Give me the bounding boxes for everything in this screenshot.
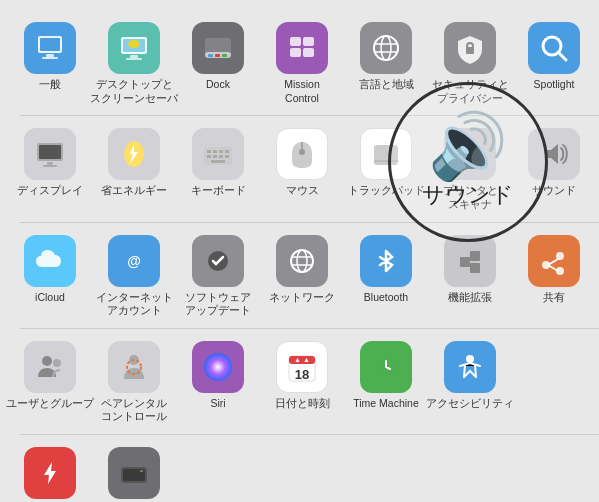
icon-item-trackpad[interactable]: トラックパッド: [346, 122, 426, 202]
icon-box-mission: [276, 22, 328, 74]
row-row2: ディスプレイ省エネルギーキーボードマウストラックパッドプリンタと スキャナサウン…: [10, 122, 589, 215]
icon-item-siri[interactable]: Siri: [178, 335, 258, 415]
svg-text:18: 18: [295, 367, 309, 382]
icon-item-extension[interactable]: 機能拡張: [430, 229, 510, 309]
svg-point-68: [53, 359, 61, 367]
svg-rect-29: [47, 162, 53, 165]
icon-box-security: [444, 22, 496, 74]
svg-rect-33: [207, 150, 211, 153]
svg-point-66: [556, 267, 564, 275]
icon-box-language: [360, 22, 412, 74]
svg-rect-80: [140, 470, 143, 472]
icon-item-timemachine[interactable]: Time Machine: [346, 335, 426, 415]
icon-box-bluetooth: [360, 235, 412, 287]
icon-box-desktop: [108, 22, 160, 74]
icon-item-security[interactable]: セキュリティと プライバシー: [430, 16, 510, 109]
icon-item-mouse[interactable]: マウス: [262, 122, 342, 202]
svg-rect-36: [225, 150, 229, 153]
icon-box-users: [24, 341, 76, 393]
icon-box-sound: [528, 128, 580, 180]
svg-rect-38: [213, 155, 217, 158]
row-row1: 一般デスクトップと スクリーンセーバDockMission Control言語と…: [10, 16, 589, 109]
svg-point-65: [542, 261, 550, 269]
icon-box-software: [192, 235, 244, 287]
icon-label-users: ユーザとグループ: [6, 397, 94, 411]
icon-box-keyboard: [192, 128, 244, 180]
icon-item-sound[interactable]: サウンド: [514, 122, 594, 202]
icon-item-desktop[interactable]: デスクトップと スクリーンセーバ: [94, 16, 174, 109]
icon-box-sharing: [528, 235, 580, 287]
icon-item-bluetooth[interactable]: Bluetooth: [346, 229, 426, 309]
icon-box-flash: [24, 447, 76, 499]
icon-label-language: 言語と地域: [359, 78, 414, 92]
icon-label-internet: インターネット アカウント: [96, 291, 173, 318]
icon-label-software: ソフトウェア アップデート: [182, 291, 254, 318]
svg-rect-13: [222, 54, 227, 57]
icon-box-siri: [192, 341, 244, 393]
icon-box-accessibility: [444, 341, 496, 393]
icon-label-datetime: 日付と時刻: [275, 397, 330, 411]
icon-box-extension: [444, 235, 496, 287]
svg-rect-2: [46, 54, 54, 57]
icon-item-flash[interactable]: Flash Player: [10, 441, 90, 502]
icon-box-display: [24, 128, 76, 180]
icon-item-icloud[interactable]: iCloud: [10, 229, 90, 309]
icon-item-datetime[interactable]: 18▲ ▲日付と時刻: [262, 335, 342, 415]
icon-item-display[interactable]: ディスプレイ: [10, 122, 90, 202]
svg-rect-34: [213, 150, 217, 153]
icon-box-ippan: [24, 22, 76, 74]
icon-item-internet[interactable]: @インターネット アカウント: [94, 229, 174, 322]
icon-item-network[interactable]: ネットワーク: [262, 229, 342, 309]
icon-item-wacom[interactable]: ワコム タブレット: [94, 441, 174, 502]
icon-item-printer[interactable]: プリンタと スキャナ: [430, 122, 510, 215]
icon-item-users[interactable]: ユーザとグループ: [10, 335, 90, 415]
svg-rect-28: [39, 145, 61, 159]
icon-box-dock: [192, 22, 244, 74]
svg-rect-6: [130, 55, 138, 58]
icon-label-parental: ペアレンタル コントロール: [98, 397, 170, 424]
svg-point-71: [204, 353, 232, 381]
svg-rect-11: [208, 54, 213, 57]
icon-label-mouse: マウス: [286, 184, 319, 198]
icon-box-timemachine: [360, 341, 412, 393]
svg-point-57: [291, 250, 313, 272]
icon-item-energy[interactable]: 省エネルギー: [94, 122, 174, 202]
icon-box-datetime: 18▲ ▲: [276, 341, 328, 393]
row-separator: [20, 328, 599, 329]
row-row3: iCloud@インターネット アカウントソフトウェア アップデートネットワークB…: [10, 229, 589, 322]
svg-rect-12: [215, 54, 220, 57]
svg-rect-14: [290, 37, 301, 46]
icon-label-timemachine: Time Machine: [353, 397, 419, 411]
icon-box-icloud: [24, 235, 76, 287]
icon-label-keyboard: キーボード: [191, 184, 246, 198]
icon-item-dock[interactable]: Dock: [178, 16, 258, 96]
row-row4: ユーザとグループペアレンタル コントロールSiri18▲ ▲日付と時刻Time …: [10, 335, 589, 428]
icon-label-accessibility: アクセシビリティ: [426, 397, 514, 411]
svg-rect-63: [470, 263, 480, 273]
svg-point-64: [556, 252, 564, 260]
icon-item-parental[interactable]: ペアレンタル コントロール: [94, 335, 174, 428]
row-separator: [20, 222, 599, 223]
icon-item-sharing[interactable]: 共有: [514, 229, 594, 309]
icon-item-spotlight[interactable]: Spotlight: [514, 16, 594, 96]
svg-rect-17: [303, 48, 314, 57]
icon-item-keyboard[interactable]: キーボード: [178, 122, 258, 202]
icon-label-icloud: iCloud: [35, 291, 65, 305]
svg-rect-1: [40, 38, 60, 51]
icon-label-network: ネットワーク: [269, 291, 335, 305]
icon-item-software[interactable]: ソフトウェア アップデート: [178, 229, 258, 322]
icon-item-mission[interactable]: Mission Control: [262, 16, 342, 109]
svg-point-8: [128, 40, 140, 48]
icon-label-printer: プリンタと スキャナ: [434, 184, 506, 211]
icon-label-energy: 省エネルギー: [101, 184, 167, 198]
svg-rect-47: [462, 144, 478, 152]
icon-box-internet: @: [108, 235, 160, 287]
icon-box-wacom: [108, 447, 160, 499]
icon-item-language[interactable]: 言語と地域: [346, 16, 426, 96]
svg-rect-44: [374, 145, 398, 165]
icon-item-ippan[interactable]: 一般: [10, 16, 90, 96]
icon-item-accessibility[interactable]: アクセシビリティ: [430, 335, 510, 415]
svg-point-58: [297, 250, 307, 272]
icon-label-mission: Mission Control: [266, 78, 338, 105]
svg-point-50: [477, 154, 480, 157]
